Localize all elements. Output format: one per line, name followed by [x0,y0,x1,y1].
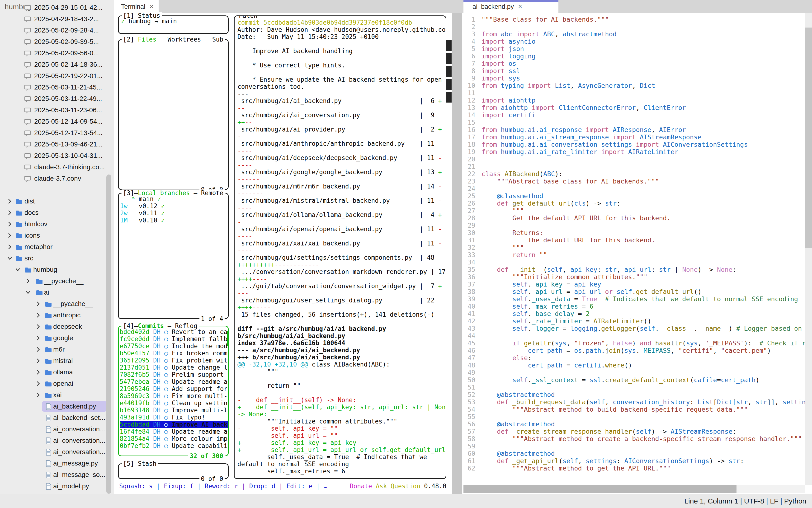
chevron-right-icon[interactable] [35,392,41,398]
conversation-item[interactable]: claude-3.7-thinking.co... [0,161,114,173]
tree-file-item[interactable]: ai_conversation... [0,423,114,435]
code-line[interactable]: 62 """Abstract method to get the API URL… [464,465,805,472]
tree-file-item[interactable]: ai_conversation... [0,446,114,458]
code-line[interactable]: 54 """Abstract method to build backend-s… [464,406,805,413]
close-icon[interactable]: × [518,3,522,10]
code-line[interactable]: 40 self._max_retries = 6 [464,303,805,310]
code-line[interactable]: 52 @abstractmethod [464,391,805,398]
chevron-right-icon[interactable] [35,324,41,330]
gitui-stash-box[interactable]: [5]—Stash 0 of 0 [118,463,229,479]
code-line[interactable]: 41 self._base_delay = 2 [464,310,805,318]
branch-row[interactable]: 2w v0.11 ✓ [120,210,226,217]
tree-folder-item[interactable]: google [0,332,114,344]
chevron-right-icon[interactable] [35,346,41,352]
commits-scroll-thumb[interactable] [227,331,229,346]
code-line[interactable]: 24 [464,185,805,192]
tree-file-item[interactable] [0,492,114,494]
editor-hscrollbar[interactable] [464,485,805,493]
tree-folder-item[interactable]: icons [0,230,114,241]
commit-row[interactable]: b1693148 DH ○ Improve multi-l [120,407,228,414]
conversation-item[interactable]: 2025-05-12-17-13-54... [0,127,114,139]
commit-row[interactable]: 16f4fe84 DH ○ Update readme a [120,428,228,435]
branch-row[interactable]: 1M v0.10 ✓ [120,217,226,224]
code-line[interactable]: 1"""Base class for AI backends.""" [464,16,805,23]
tree-folder-item[interactable]: m6r [0,344,114,355]
tree-folder-item[interactable]: anthropic [0,309,114,321]
chevron-right-icon[interactable] [35,301,41,307]
conversation-item[interactable]: 2025-05-02-19-22-01... [0,70,114,82]
code-line[interactable]: 53 def _build_request_data(self, convers… [464,398,805,406]
tree-folder-item[interactable]: __pycache__ [0,276,114,287]
code-line[interactable]: 23 """Abstract base class for AI backend… [464,177,805,185]
tree-file-item[interactable]: ai_backend_set... [0,412,114,423]
tree-file-item[interactable]: ai_backend.py [0,401,114,412]
tree-folder-item[interactable]: humbug [0,264,114,276]
tree-folder-item[interactable]: docs [0,207,114,218]
code-line[interactable]: 42 self._rate_limiter = AIRateLimiter() [464,318,805,325]
code-line[interactable]: 18from humbug.ai.ai_conversation_setting… [464,141,805,148]
code-line[interactable]: 5import json [464,45,805,52]
tree-folder-item[interactable]: xai [0,389,114,401]
tree-folder-item[interactable]: mistral [0,355,114,367]
tree-folder-item[interactable]: __pycache__ [0,298,114,309]
conversation-item[interactable]: 2025-05-12-14-09-54... [0,116,114,127]
chevron-down-icon[interactable] [15,266,21,273]
code-line[interactable]: 32 """ [464,244,805,251]
commit-row[interactable]: 8a5969c3 DH ○ Fix more multi- [120,392,228,399]
conversation-item[interactable]: 2025-04-29-18-43-2... [0,13,114,25]
chevron-right-icon[interactable] [35,369,41,375]
tree-folder-item[interactable]: dist [0,196,114,207]
tree-file-item[interactable]: ai_message_so... [0,469,114,480]
gitui-patch-box[interactable]: Patch commit 5ccdbdadb14b903de0b94dd3972… [234,15,446,479]
code-line[interactable]: 14import certifi [464,111,805,119]
tree-folder-item[interactable]: openai [0,378,114,389]
chevron-right-icon[interactable] [7,198,13,204]
chevron-right-icon[interactable] [25,278,31,284]
code-line[interactable]: 2 [464,23,805,30]
tree-file-item[interactable]: ai_model.py [0,480,114,492]
chevron-down-icon[interactable] [25,289,31,296]
code-line[interactable]: 37 self._api_key = api_key [464,281,805,288]
commit-row[interactable]: e67750ce DH ○ Include the mod [120,343,228,350]
code-line[interactable]: 59 [464,442,805,450]
chevron-right-icon[interactable] [7,232,13,239]
commit-row[interactable]: 493af91d DH ○ Fix typo! [120,414,228,421]
code-line[interactable]: 11 [464,89,805,97]
commit-row[interactable]: fc9ce0dd DH ○ Implement fallb [120,335,228,343]
donate-link[interactable]: Donate [350,482,372,490]
code-line[interactable]: 60 @abstractmethod [464,450,805,457]
patch-scroll-thumb[interactable] [446,40,452,51]
file-tree[interactable]: 2025-04-29-15-01-42...2025-04-29-18-43-2… [0,4,114,494]
code-line[interactable]: 61 def _get_api_url(self, settings: AICo… [464,457,805,465]
editor-vscrollbar[interactable] [805,13,812,485]
code-line[interactable]: 21 [464,163,805,170]
tree-folder-item[interactable]: src [0,253,114,264]
code-line[interactable]: 28 Get the default API URL for this back… [464,214,805,222]
terminal-scrollbar[interactable] [452,13,462,494]
code-line[interactable]: 27 """ [464,207,805,214]
code-line[interactable]: 38 self._api_url = api_url or self.get_d… [464,288,805,295]
code-line[interactable]: 19from humbug.ai.ai_rate_limiter import … [464,148,805,156]
patch-scroll-thumb[interactable] [446,53,452,64]
chevron-right-icon[interactable] [7,244,13,250]
tree-folder-item[interactable]: metaphor [0,241,114,253]
tree-folder-item[interactable]: ai [0,287,114,298]
code-line[interactable]: 36 """Initialize common attributes.""" [464,273,805,281]
code-line[interactable]: 25 @classmethod [464,192,805,200]
conversation-item[interactable]: 2025-05-02-14-18-36... [0,59,114,70]
code-line[interactable]: 16from humbug.ai.ai_response import AIRe… [464,126,805,133]
code-line[interactable]: 34 [464,258,805,266]
code-line[interactable]: 49 [464,369,805,376]
gitui-commits-box[interactable]: [4]—Commits — Reflog bded402d DH ○ Rever… [118,326,229,456]
close-icon[interactable]: × [149,3,154,10]
code-line[interactable]: 26 def get_default_url(cls) -> str: [464,200,805,207]
code-line[interactable]: 43 self._logger = logging.getLogger(self… [464,325,805,332]
gitui-files-box[interactable]: [2]—Files — Worktrees — Sub 0 of 0 [118,39,229,190]
branch-row[interactable]: 1w v0.12 ✓ [120,203,226,210]
conversation-item[interactable]: 2025-05-03-11-22-49... [0,93,114,104]
code-line[interactable]: 4import asyncio [464,38,805,45]
tree-folder-item[interactable]: deepseek [0,321,114,332]
commit-row[interactable]: 5ccdbdad DH ○ Improve AI back [120,421,228,428]
commit-row[interactable]: 7082f6b5 DH ○ Prelim support [120,371,228,378]
tab-ai-backend[interactable]: ai_backend.py× [464,0,558,13]
